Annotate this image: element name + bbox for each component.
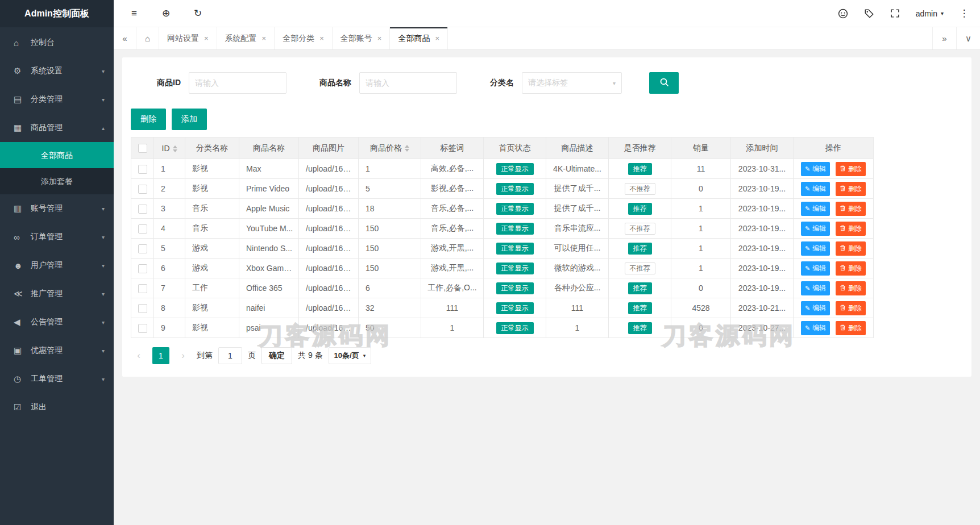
sidebar-item-category[interactable]: ▤ 分类管理 ▾ [0, 85, 114, 114]
row-checkbox[interactable] [138, 284, 147, 293]
sidebar-subitem[interactable]: 添加套餐 [0, 168, 114, 194]
cell-recommend: 不推荐 [609, 219, 671, 239]
sidebar-item-system[interactable]: ⚙ 系统设置 ▾ [0, 57, 114, 85]
cell-tags: 音乐,必备,... [421, 219, 484, 239]
sidebar-item-logout[interactable]: ☑ 退出 [0, 393, 114, 422]
category-select-placeholder: 请选择标签 [528, 78, 568, 88]
cell-description: 1 [546, 318, 609, 338]
sidebar-item-order[interactable]: ∞ 订单管理 ▾ [0, 223, 114, 251]
tab-2[interactable]: 系统配置 × [217, 27, 275, 49]
search-form: 商品ID 商品名称 分类名 请选择标签 ▾ [131, 65, 963, 107]
edit-button[interactable]: ✎编辑 [801, 321, 830, 335]
delete-button[interactable]: 删除 [836, 321, 866, 335]
sidebar-item-account[interactable]: ▥ 账号管理 ▾ [0, 194, 114, 223]
sort-icon[interactable] [405, 145, 409, 152]
close-icon[interactable]: × [377, 34, 382, 43]
recommend-badge: 不推荐 [625, 223, 655, 235]
customer-service-icon[interactable] [837, 8, 849, 19]
tab-3[interactable]: 全部分类 × [275, 27, 333, 49]
recommend-badge: 不推荐 [625, 183, 655, 195]
delete-button[interactable]: 删除 [836, 182, 866, 196]
close-icon[interactable]: × [262, 34, 267, 43]
delete-button[interactable]: 删除 [836, 162, 866, 176]
page-1-button[interactable]: 1 [152, 347, 169, 364]
row-checkbox[interactable] [138, 304, 147, 313]
product-name-input[interactable] [359, 72, 457, 94]
category-select[interactable]: 请选择标签 ▾ [522, 72, 622, 94]
row-checkbox[interactable] [138, 185, 147, 194]
fullscreen-icon[interactable] [890, 8, 901, 19]
edit-button[interactable]: ✎编辑 [801, 301, 830, 315]
cell-product-name: naifei [239, 298, 299, 318]
tabs-dropdown-button[interactable]: ∨ [956, 27, 980, 49]
row-checkbox[interactable] [138, 224, 147, 234]
home-tab[interactable]: ⌂ [136, 27, 159, 49]
delete-button[interactable]: 删除 [836, 301, 866, 315]
search-button[interactable] [649, 72, 679, 94]
edit-button[interactable]: ✎编辑 [801, 222, 830, 236]
tab-1[interactable]: 网站设置 × [159, 27, 217, 49]
edit-button[interactable]: ✎编辑 [801, 261, 830, 276]
row-checkbox[interactable] [138, 244, 147, 253]
close-icon[interactable]: × [435, 34, 439, 43]
tag-icon[interactable] [863, 8, 875, 19]
delete-button[interactable]: 删除 [836, 222, 866, 236]
edit-button[interactable]: ✎编辑 [801, 281, 830, 295]
sidebar-item-notice[interactable]: ◀ 公告管理 ▾ [0, 308, 114, 336]
pencil-icon: ✎ [805, 186, 810, 192]
tabs-scroll-left-button[interactable]: « [114, 27, 136, 49]
refresh-icon[interactable]: ↻ [192, 8, 204, 19]
prev-page-button[interactable]: ‹ [131, 347, 147, 364]
goto-confirm-button[interactable]: 确定 [261, 347, 292, 364]
collapse-sidebar-icon[interactable]: ≡ [128, 8, 140, 19]
home-icon: ⌂ [14, 38, 27, 48]
sidebar: Admin控制面板 ⌂ 控制台 ⚙ 系统设置 ▾ ▤ 分类管理 ▾ ▦ 商品管理… [0, 0, 114, 525]
row-checkbox[interactable] [138, 205, 147, 214]
delete-button[interactable]: 删除 [836, 281, 866, 295]
per-page-select[interactable]: 10条/页 ▾ [329, 347, 372, 364]
cell-description: 提供了成千... [546, 179, 609, 199]
select-all-checkbox[interactable] [138, 144, 147, 153]
sidebar-item-user[interactable]: ☻ 用户管理 ▾ [0, 251, 114, 280]
more-menu-icon[interactable]: ⋮ [958, 8, 970, 19]
tabs-scroll-right-button[interactable]: » [932, 27, 956, 49]
row-checkbox[interactable] [138, 264, 147, 273]
tab-4[interactable]: 全部账号 × [333, 27, 391, 49]
edit-button[interactable]: ✎编辑 [801, 241, 830, 256]
delete-button[interactable]: 删除 [836, 261, 866, 276]
delete-button[interactable]: 删除 [836, 241, 866, 256]
sidebar-item-coupon[interactable]: ▣ 优惠管理 ▾ [0, 336, 114, 365]
edit-button[interactable]: ✎编辑 [801, 162, 830, 176]
product-id-input[interactable] [189, 72, 286, 94]
close-icon[interactable]: × [319, 34, 324, 43]
row-checkbox[interactable] [138, 165, 147, 174]
pencil-icon: ✎ [805, 285, 810, 291]
delete-selected-button[interactable]: 删除 [131, 109, 166, 130]
sidebar-item-goods[interactable]: ▦ 商品管理 ▴ [0, 114, 114, 142]
cell-checkbox [131, 159, 154, 179]
status-badge: 正常显示 [496, 243, 534, 255]
goto-page-input[interactable] [218, 347, 242, 364]
edit-button[interactable]: ✎编辑 [801, 182, 830, 196]
user-menu[interactable]: admin ▾ [916, 9, 944, 18]
sidebar-item-ticket[interactable]: ◷ 工单管理 ▾ [0, 365, 114, 393]
globe-icon[interactable]: ⊕ [160, 8, 172, 19]
products-card: 商品ID 商品名称 分类名 请选择标签 ▾ [122, 57, 971, 377]
product-name-label: 商品名称 [319, 78, 351, 88]
close-icon[interactable]: × [204, 34, 209, 43]
share-icon: ≪ [14, 289, 27, 299]
tab-5[interactable]: 全部商品 × [390, 27, 448, 49]
edit-button[interactable]: ✎编辑 [801, 202, 830, 216]
column-header[interactable]: ID [154, 138, 185, 159]
column-header[interactable]: 商品价格 [359, 138, 421, 159]
add-product-button[interactable]: 添加 [172, 109, 207, 130]
cell-status: 正常显示 [484, 159, 546, 179]
delete-button[interactable]: 删除 [836, 202, 866, 216]
sidebar-subitem[interactable]: 全部商品 [0, 142, 114, 168]
sort-icon[interactable] [173, 145, 177, 152]
sidebar-item-console[interactable]: ⌂ 控制台 [0, 28, 114, 57]
status-badge: 正常显示 [496, 183, 534, 195]
next-page-button[interactable]: › [175, 347, 191, 364]
row-checkbox[interactable] [138, 324, 147, 333]
sidebar-item-promotion[interactable]: ≪ 推广管理 ▾ [0, 280, 114, 308]
